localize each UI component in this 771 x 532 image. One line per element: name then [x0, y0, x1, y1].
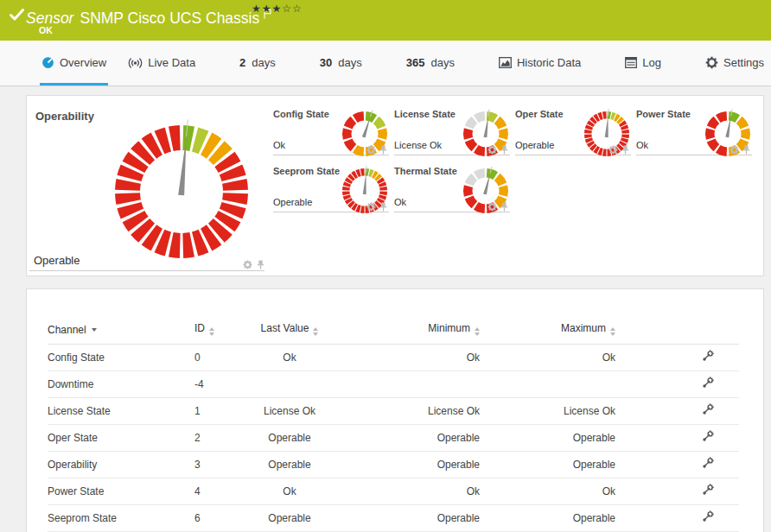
minimum-cell	[341, 371, 480, 398]
pin-icon[interactable]	[257, 260, 264, 269]
channel-settings-icon[interactable]	[702, 510, 714, 522]
channel-settings-icon[interactable]	[702, 403, 714, 415]
column-header-minimum[interactable]: Minimum	[341, 317, 480, 345]
tab-overview[interactable]: Overview	[40, 41, 108, 86]
tab-label: Historic Data	[517, 56, 581, 69]
gauge-value: Ok	[636, 140, 648, 150]
channel-id-cell: 1	[194, 398, 238, 425]
channel-settings-icon[interactable]	[702, 484, 714, 496]
channel-settings-icon[interactable]	[702, 350, 714, 362]
tab-30-days[interactable]: 30days	[318, 41, 364, 86]
sensor-title-line: SensorSNMP Cisco UCS Chassis	[26, 5, 271, 28]
gear-icon[interactable]	[609, 145, 618, 155]
minimum-cell: Operable	[341, 425, 480, 452]
gear-icon[interactable]	[487, 145, 497, 155]
gear-icon[interactable]	[730, 145, 739, 155]
pin-icon[interactable]	[379, 202, 387, 212]
sensor-status-bar: SensorSNMP Cisco UCS Chassis ★★★☆☆ OK	[0, 0, 771, 41]
channel-settings-cell	[615, 345, 739, 371]
gear-icon[interactable]	[487, 202, 497, 212]
minimum-cell: Ok	[341, 478, 480, 505]
table-row-operability: Operability3OperableOperableOperable	[48, 452, 739, 478]
gauge-label: Operability	[35, 110, 94, 123]
tab-2-days[interactable]: 2days	[238, 41, 277, 86]
gauge-label: Oper State	[515, 109, 564, 119]
sort-arrows-icon	[313, 327, 318, 336]
channel-name-cell: Seeprom State	[48, 505, 194, 532]
tab-settings[interactable]: Settings	[704, 41, 766, 86]
minimum-cell: Ok	[341, 345, 480, 371]
minimum-cell: Operable	[341, 452, 480, 478]
gauge-cell-seeprom-state: Seeprom StateOperable	[273, 164, 389, 212]
gauge-value: Ok	[394, 197, 406, 207]
sensor-status-text: OK	[39, 25, 53, 35]
last-value-cell	[238, 371, 341, 398]
pin-icon[interactable]	[500, 202, 508, 212]
pin-icon[interactable]	[379, 145, 387, 155]
pin-icon[interactable]	[621, 145, 629, 155]
channel-settings-icon[interactable]	[702, 457, 714, 469]
gear-icon[interactable]	[366, 202, 376, 212]
gauge-label: Config State	[273, 109, 329, 119]
tab-365-days[interactable]: 365days	[405, 41, 456, 86]
ok-check-icon	[10, 9, 24, 24]
live-data-icon	[128, 57, 143, 69]
table-row-license-state: License State1License OkLicense OkLicens…	[48, 398, 739, 425]
minimum-cell: Operable	[341, 505, 480, 532]
last-value-cell: Operable	[238, 425, 341, 452]
tab-live-data[interactable]: Live Data	[126, 41, 197, 86]
sort-arrows-icon	[475, 327, 480, 336]
column-header-last-value[interactable]: Last Value	[238, 317, 341, 345]
channel-id-cell: 3	[194, 452, 238, 478]
column-header-maximum[interactable]: Maximum	[480, 317, 615, 345]
minimum-cell: License Ok	[341, 398, 480, 425]
channel-id-cell: -4	[194, 371, 238, 398]
channel-settings-cell	[615, 371, 739, 398]
column-label: Last Value	[261, 322, 309, 334]
column-header-channel[interactable]: Channel	[48, 317, 194, 345]
channel-name-cell: Operability	[48, 452, 194, 478]
channel-id-cell: 2	[194, 425, 238, 452]
pin-icon[interactable]	[500, 145, 508, 155]
sort-arrows-icon	[610, 327, 615, 336]
sort-arrows-icon	[209, 327, 214, 336]
column-label: Minimum	[428, 322, 470, 334]
gear-icon[interactable]	[243, 260, 252, 269]
tab-label: Live Data	[148, 56, 195, 69]
historic-data-icon	[499, 57, 512, 68]
channel-settings-cell	[615, 452, 739, 478]
channel-settings-cell	[615, 478, 739, 505]
channel-settings-icon[interactable]	[702, 430, 714, 442]
tab-label: days	[252, 56, 275, 69]
last-value-cell: Operable	[238, 452, 341, 478]
maximum-cell: Ok	[480, 345, 615, 371]
gauge-label: Thermal State	[394, 166, 457, 176]
last-value-cell: Operable	[238, 505, 341, 532]
table-row-downtime: Downtime-4	[48, 371, 739, 398]
tab-log[interactable]: Log	[623, 41, 663, 86]
priority-stars[interactable]: ★★★☆☆	[252, 3, 303, 15]
gauge-cell-power-state: Power StateOk	[636, 107, 752, 155]
gauge-label: License State	[394, 109, 456, 119]
pin-icon[interactable]	[742, 145, 750, 155]
gauge-dial-operability	[108, 118, 255, 265]
tab-historic-data[interactable]: Historic Data	[497, 41, 583, 86]
gear-icon[interactable]	[366, 145, 376, 155]
channel-settings-icon[interactable]	[702, 377, 714, 389]
channel-name-cell: Downtime	[48, 371, 194, 398]
gauge-cell-license-state: License StateLicense Ok	[394, 107, 510, 155]
sorted-desc-icon	[92, 322, 97, 334]
channel-id-cell: 6	[194, 505, 238, 532]
maximum-cell: Operable	[480, 452, 615, 478]
tab-label: days	[430, 56, 454, 69]
maximum-cell	[480, 371, 615, 398]
gauge-value: Operable	[34, 254, 80, 267]
prtg-sensor-page: SensorSNMP Cisco UCS Chassis ★★★☆☆ OK Ov…	[0, 0, 771, 532]
channel-settings-cell	[615, 505, 739, 532]
last-value-cell: License Ok	[238, 398, 341, 425]
column-header-id[interactable]: ID	[194, 317, 238, 345]
tab-label: Settings	[723, 56, 764, 69]
divider	[29, 270, 264, 271]
gauge-label: Seeprom State	[273, 166, 340, 176]
column-header-actions	[615, 317, 739, 345]
